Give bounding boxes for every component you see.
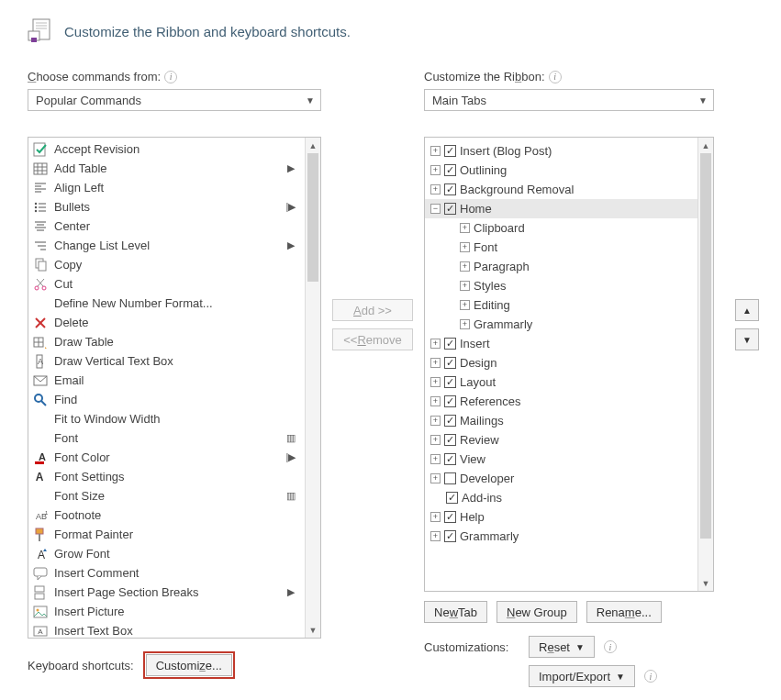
scroll-thumb[interactable]	[700, 153, 711, 539]
expander-icon[interactable]: +	[460, 261, 470, 272]
scroll-up-icon[interactable]: ▲	[698, 138, 713, 153]
command-item[interactable]: Change List Level ▶	[28, 236, 305, 255]
command-item[interactable]: Font Size ▥	[28, 486, 305, 506]
tree-item[interactable]: +Clipboard	[425, 218, 697, 238]
command-item[interactable]: Add Table ▶	[28, 159, 305, 178]
expander-icon[interactable]: +	[430, 416, 441, 426]
tree-item[interactable]: +Paragraph	[425, 257, 697, 276]
rename-button[interactable]: Rename...	[586, 601, 662, 623]
command-item[interactable]: Insert Comment	[28, 563, 305, 583]
checkbox[interactable]	[444, 434, 456, 446]
command-item[interactable]: Accept Revision	[28, 139, 305, 159]
ribbon-tree[interactable]: +Insert (Blog Post)+Outlining+Background…	[424, 137, 714, 592]
command-item[interactable]: Fit to Window Width	[28, 409, 305, 428]
checkbox[interactable]	[444, 164, 456, 176]
expander-icon[interactable]: +	[430, 358, 441, 368]
command-item[interactable]: A Font Color |▶	[28, 448, 305, 467]
checkbox[interactable]	[444, 203, 456, 215]
tree-item[interactable]: +Review	[425, 430, 697, 450]
command-item[interactable]: Email	[28, 371, 305, 390]
info-icon[interactable]: i	[604, 640, 617, 653]
command-item[interactable]: AB1 Footnote	[28, 506, 305, 525]
expander-icon[interactable]: +	[430, 531, 441, 541]
tree-item[interactable]: +View	[425, 450, 697, 469]
expander-icon[interactable]: +	[430, 146, 441, 156]
import-export-button[interactable]: Import/Export▼	[529, 665, 635, 687]
checkbox[interactable]	[444, 338, 456, 350]
reset-button[interactable]: Reset▼	[529, 636, 595, 658]
expander-icon[interactable]: +	[430, 396, 441, 406]
tree-item[interactable]: −Home	[425, 199, 697, 218]
expander-icon[interactable]: +	[430, 512, 441, 522]
tree-item[interactable]: +Design	[425, 353, 697, 372]
tree-item[interactable]: +Help	[425, 507, 697, 527]
info-icon[interactable]: i	[644, 670, 657, 683]
tree-item[interactable]: +Styles	[425, 276, 697, 295]
checkbox[interactable]	[446, 492, 458, 504]
tree-item[interactable]: +Outlining	[425, 161, 697, 180]
expander-icon[interactable]: +	[430, 165, 441, 175]
command-item[interactable]: Insert Page Section Breaks ▶	[28, 583, 305, 602]
expander-icon[interactable]: +	[460, 300, 470, 310]
command-item[interactable]: Define New Number Format...	[28, 294, 305, 313]
command-item[interactable]: Align Left	[28, 178, 305, 197]
choose-commands-combo[interactable]: Popular Commands ▼	[28, 89, 321, 111]
tree-item[interactable]: +References	[425, 392, 697, 411]
new-tab-button[interactable]: New Tab	[424, 601, 487, 623]
checkbox[interactable]	[444, 395, 456, 407]
move-down-button[interactable]: ▼	[735, 328, 759, 350]
remove-button[interactable]: << Remove	[332, 328, 413, 350]
command-item[interactable]: A Font Settings	[28, 467, 305, 486]
tree-item[interactable]: +Background Removal	[425, 180, 697, 199]
command-item[interactable]: A Draw Vertical Text Box	[28, 351, 305, 371]
customize-button[interactable]: Customize...	[146, 654, 232, 676]
command-item[interactable]: A Grow Font	[28, 544, 305, 563]
commands-listbox[interactable]: Accept Revision Add Table ▶ Align Left B…	[28, 137, 321, 639]
scroll-down-icon[interactable]: ▼	[306, 622, 320, 638]
command-item[interactable]: Copy	[28, 255, 305, 274]
checkbox[interactable]	[444, 530, 456, 542]
command-item[interactable]: Center	[28, 217, 305, 236]
main-tabs-combo[interactable]: Main Tabs ▼	[424, 89, 714, 111]
expander-icon[interactable]: +	[460, 223, 470, 233]
command-item[interactable]: A Insert Text Box	[28, 621, 305, 638]
checkbox[interactable]	[444, 183, 456, 195]
expander-icon[interactable]: +	[460, 281, 470, 291]
tree-item[interactable]: +Insert	[425, 334, 697, 353]
new-group-button[interactable]: New Group	[496, 601, 577, 623]
tree-item[interactable]: +Developer	[425, 469, 697, 488]
tree-item[interactable]: +Grammarly	[425, 315, 697, 334]
checkbox[interactable]	[444, 415, 456, 427]
command-item[interactable]: Find	[28, 390, 305, 409]
expander-icon[interactable]: +	[460, 242, 470, 252]
checkbox[interactable]	[444, 376, 456, 388]
command-item[interactable]: Delete	[28, 313, 305, 332]
scroll-thumb[interactable]	[307, 153, 318, 282]
info-icon[interactable]: i	[164, 71, 177, 83]
tree-item[interactable]: +Insert (Blog Post)	[425, 141, 697, 161]
tree-item[interactable]: +Editing	[425, 295, 697, 315]
scrollbar[interactable]: ▲ ▼	[697, 138, 713, 591]
command-item[interactable]: Bullets |▶	[28, 197, 305, 217]
add-button[interactable]: Add >>	[332, 299, 413, 321]
checkbox[interactable]	[444, 357, 456, 369]
command-item[interactable]: Format Painter	[28, 525, 305, 544]
expander-icon[interactable]: +	[430, 473, 441, 483]
expander-icon[interactable]: +	[460, 319, 470, 329]
command-item[interactable]: Insert Picture	[28, 602, 305, 621]
tree-item[interactable]: +Layout	[425, 372, 697, 392]
expander-icon[interactable]: +	[430, 339, 441, 349]
tree-item[interactable]: +Font	[425, 238, 697, 257]
scroll-down-icon[interactable]: ▼	[698, 575, 713, 591]
checkbox[interactable]	[444, 511, 456, 523]
expander-icon[interactable]: +	[430, 435, 441, 445]
expander-icon[interactable]: +	[430, 184, 441, 194]
scroll-up-icon[interactable]: ▲	[306, 138, 320, 153]
tree-item[interactable]: +Mailings	[425, 411, 697, 430]
info-icon[interactable]: i	[549, 71, 562, 83]
move-up-button[interactable]: ▲	[735, 299, 759, 321]
tree-item[interactable]: +Grammarly	[425, 527, 697, 546]
command-item[interactable]: Draw Table	[28, 332, 305, 351]
expander-icon[interactable]: +	[430, 377, 441, 387]
tree-item[interactable]: Add-ins	[425, 488, 697, 507]
